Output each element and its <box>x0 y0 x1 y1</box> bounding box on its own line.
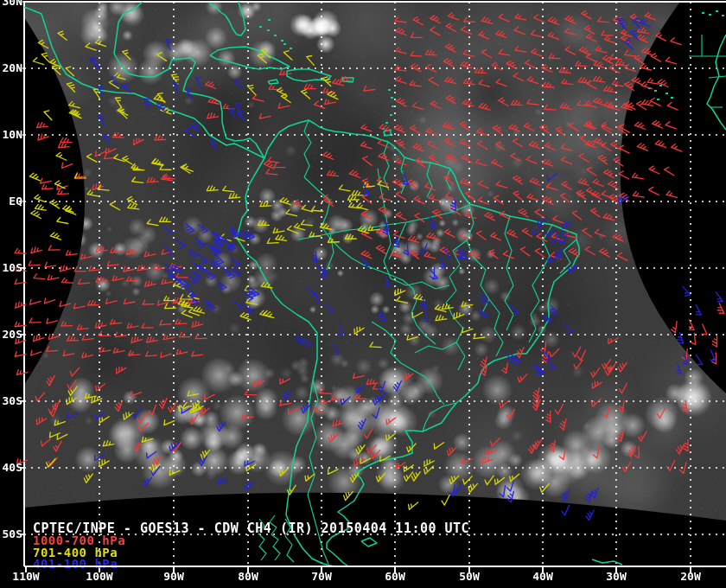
lon-tick-label: 20W <box>668 571 713 583</box>
lon-tick-label: 110W <box>3 571 48 583</box>
lon-tick-label: 60W <box>373 571 417 583</box>
bottom-axis-line <box>24 566 726 567</box>
satellite-wind-map: 30N20N10NEQ10S20S30S40S50S 110W100W90W80… <box>0 0 726 588</box>
lat-tick-label: 20N <box>0 62 22 74</box>
lat-tick-label: 30S <box>0 395 22 407</box>
lon-tick-label: 100W <box>77 571 122 583</box>
lon-tick-label: 80W <box>226 571 271 583</box>
lat-tick-label: 10N <box>0 129 22 141</box>
lon-tick-label: 90W <box>151 571 196 583</box>
lat-tick-label: EQ <box>0 195 22 208</box>
satellite-imagery-canvas <box>0 0 726 588</box>
lat-tick-label: 10S <box>0 262 22 274</box>
lat-tick-label: 40S <box>0 462 22 474</box>
lon-tick-label: 70W <box>299 571 344 583</box>
lon-tick-label: 50W <box>447 571 492 583</box>
legend-item-high: 401-100 hPa <box>33 559 125 571</box>
lon-tick-label: 40W <box>520 571 565 583</box>
lat-tick-label: 50S <box>0 528 22 540</box>
lon-tick-label: 30W <box>594 571 639 583</box>
lat-tick-label: 30N <box>0 0 22 8</box>
lat-tick-label: 20S <box>0 329 22 341</box>
